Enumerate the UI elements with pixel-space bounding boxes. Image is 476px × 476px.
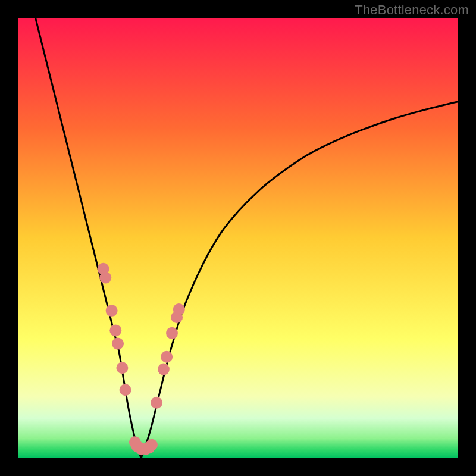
chart-stage: TheBottleneck.com bbox=[0, 0, 476, 476]
data-marker bbox=[99, 272, 111, 284]
data-marker bbox=[120, 384, 131, 396]
data-marker bbox=[151, 397, 162, 409]
data-marker bbox=[109, 324, 121, 336]
data-marker bbox=[166, 327, 178, 339]
plot-area bbox=[18, 18, 458, 458]
data-marker bbox=[146, 439, 158, 451]
plot-svg bbox=[18, 18, 458, 458]
data-marker bbox=[116, 362, 128, 374]
watermark-text: TheBottleneck.com bbox=[355, 2, 469, 18]
data-marker bbox=[161, 351, 173, 363]
data-marker bbox=[112, 338, 124, 350]
data-marker bbox=[158, 364, 170, 375]
data-marker bbox=[173, 303, 185, 315]
series-curve-right bbox=[141, 102, 458, 458]
data-marker bbox=[106, 305, 118, 317]
